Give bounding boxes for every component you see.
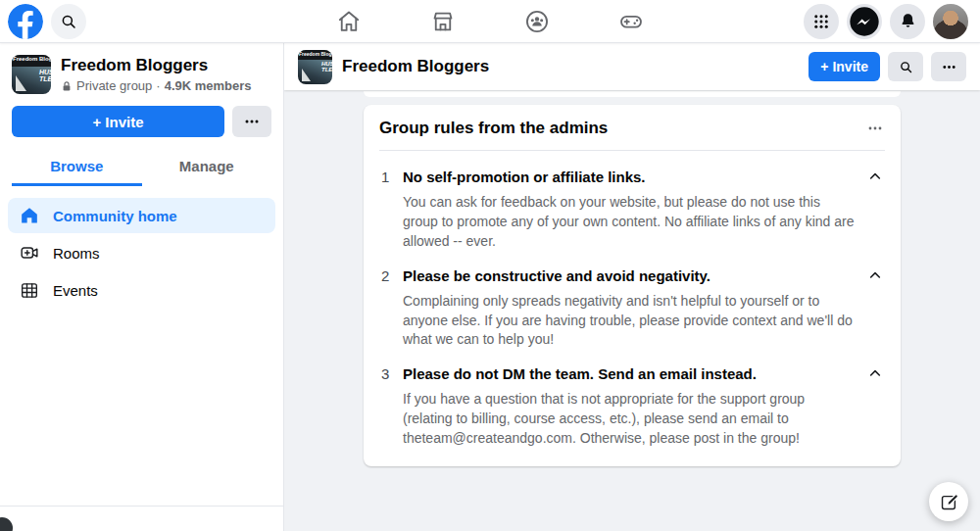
invite-button[interactable]: + Invite <box>808 52 880 81</box>
sidebar-bottom-divider <box>0 506 283 507</box>
rules-card-title: Group rules from the admins <box>379 119 608 138</box>
rule-title: No self-promotion or affiliate links. <box>403 169 863 185</box>
menu-grid-button[interactable] <box>804 4 839 39</box>
top-navigation-bar <box>0 0 980 43</box>
rule-item: 2 Please be constructive and avoid negat… <box>381 252 883 351</box>
invite-button[interactable]: + Invite <box>12 106 224 137</box>
sidebar-item-community-home[interactable]: Community home <box>8 198 275 233</box>
menu-grid-icon <box>812 13 830 30</box>
compose-icon <box>940 493 958 511</box>
search-icon <box>60 13 77 30</box>
marketplace-icon <box>430 9 456 34</box>
nav-home-button[interactable] <box>321 2 376 41</box>
topbar-center-nav <box>321 0 659 43</box>
lock-icon <box>61 80 73 92</box>
group-avatar-side-text: HUS TLE <box>321 61 331 72</box>
rule-description: Complaining only spreads negativity and … <box>403 292 858 351</box>
sidebar-item-events[interactable]: Events <box>8 272 275 308</box>
group-privacy-line: Private group · 4.9K members <box>61 78 252 93</box>
group-name: Freedom Bloggers <box>61 56 252 75</box>
rule-number: 3 <box>381 365 403 382</box>
header-more-button[interactable] <box>931 52 966 81</box>
home-icon <box>336 9 362 34</box>
rule-number: 2 <box>381 267 403 284</box>
group-avatar-caption: Freedom Bloggers <box>299 51 332 57</box>
sidebar-item-rooms[interactable]: Rooms <box>8 235 275 270</box>
group-search-button[interactable] <box>888 52 923 81</box>
rule-toggle-row[interactable]: 1 No self-promotion or affiliate links. <box>381 169 883 185</box>
chevron-up-icon[interactable] <box>863 169 883 184</box>
group-sidebar: Freedom Bloggers HUS TLE Freedom Blogger… <box>0 43 284 531</box>
groups-icon <box>524 9 550 34</box>
rule-description: You can ask for feedback on your website… <box>403 193 858 252</box>
group-sticky-header: Freedom Bloggers HUS TLE Freedom Blogger… <box>284 43 980 90</box>
rule-title: Please do not DM the team. Send an email… <box>403 365 863 382</box>
sidebar-item-label: Community home <box>53 208 177 224</box>
profile-avatar[interactable] <box>933 4 968 39</box>
privacy-separator: · <box>156 78 160 93</box>
group-header: Freedom Bloggers HUS TLE Freedom Blogger… <box>0 43 283 94</box>
messenger-button[interactable] <box>847 4 882 39</box>
app-body: Freedom Bloggers HUS TLE Freedom Blogger… <box>0 43 980 531</box>
main-area: Freedom Bloggers HUS TLE Freedom Blogger… <box>284 43 980 531</box>
previous-card-edge <box>364 91 901 97</box>
group-more-button[interactable] <box>232 106 271 137</box>
sidebar-tabs: Browse Manage <box>12 149 271 186</box>
messenger-icon <box>849 6 880 37</box>
rules-card-header: Group rules from the admins <box>364 105 901 150</box>
topbar-right <box>804 4 980 39</box>
cutoff-avatar <box>0 517 13 531</box>
rule-item: 3 Please do not DM the team. Send an ema… <box>381 350 883 449</box>
nav-groups-button[interactable] <box>510 2 564 41</box>
rule-toggle-row[interactable]: 3 Please do not DM the team. Send an ema… <box>381 365 883 382</box>
sidebar-item-label: Rooms <box>53 245 100 262</box>
members-count: 4.9K members <box>165 78 252 93</box>
notifications-button[interactable] <box>890 4 925 39</box>
rule-title: Please be constructive and avoid negativ… <box>403 267 863 284</box>
group-rules-card: Group rules from the admins <box>364 105 901 466</box>
rooms-icon <box>18 243 41 263</box>
more-ellipsis-icon <box>244 114 260 129</box>
nav-gaming-button[interactable] <box>604 2 659 41</box>
group-avatar: Freedom Bloggers HUS TLE <box>12 55 51 94</box>
chevron-up-icon[interactable] <box>863 267 883 283</box>
rule-item: 1 No self-promotion or affiliate links. … <box>381 153 883 252</box>
group-avatar-side-text: HUS TLE <box>39 69 50 82</box>
header-actions: + Invite <box>808 52 966 81</box>
feed-content: Group rules from the admins <box>284 90 980 531</box>
home-icon <box>18 206 41 225</box>
more-ellipsis-icon <box>867 121 883 136</box>
topbar-search-button[interactable] <box>51 4 86 39</box>
search-icon <box>899 60 913 74</box>
facebook-group-page: Freedom Bloggers HUS TLE Freedom Blogger… <box>0 0 980 531</box>
group-avatar: Freedom Bloggers HUS TLE <box>298 50 332 84</box>
rules-list: 1 No self-promotion or affiliate links. … <box>364 151 901 466</box>
tab-manage[interactable]: Manage <box>142 149 272 186</box>
rule-description: If you have a question that is not appro… <box>403 390 858 449</box>
group-avatar-sail <box>16 75 26 91</box>
group-avatar-sail <box>302 69 311 81</box>
nav-marketplace-button[interactable] <box>416 2 470 41</box>
events-icon <box>18 280 41 300</box>
group-info: Freedom Bloggers Private group · 4.9K me… <box>61 56 252 93</box>
rule-toggle-row[interactable]: 2 Please be constructive and avoid negat… <box>381 267 883 284</box>
sidebar-nav: Community home Rooms <box>0 186 283 308</box>
topbar-left <box>0 4 86 39</box>
page-title: Freedom Bloggers <box>342 57 489 76</box>
more-ellipsis-icon <box>942 60 956 74</box>
rules-card-more-button[interactable] <box>865 119 885 138</box>
group-avatar-caption: Freedom Bloggers <box>13 56 51 62</box>
facebook-logo[interactable] <box>8 4 43 39</box>
chevron-up-icon[interactable] <box>863 365 883 381</box>
tab-browse[interactable]: Browse <box>12 149 142 186</box>
sidebar-item-label: Events <box>53 282 98 299</box>
compose-post-button[interactable] <box>929 482 968 521</box>
rule-number: 1 <box>381 169 403 185</box>
notifications-bell-icon <box>899 12 917 30</box>
gaming-icon <box>618 9 644 34</box>
privacy-label: Private group <box>76 78 152 93</box>
sidebar-actions: + Invite <box>0 94 283 137</box>
